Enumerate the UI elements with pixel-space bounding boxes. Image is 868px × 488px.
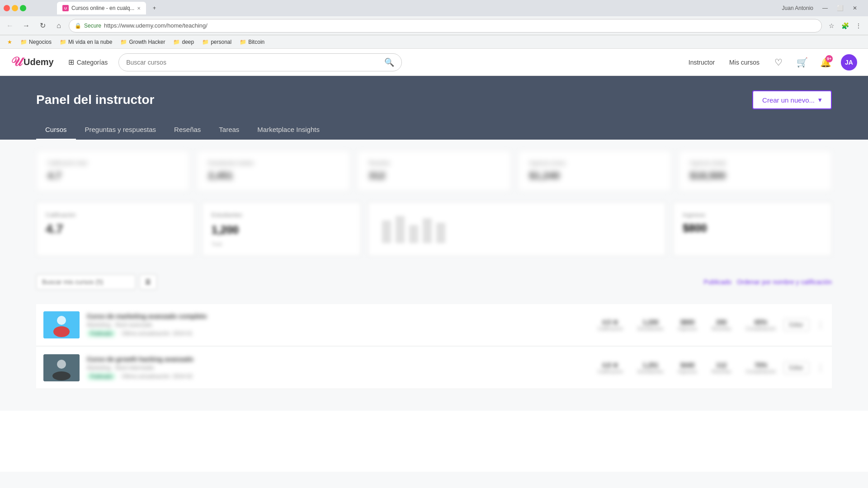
- stat-rating-value: 4.7: [47, 170, 178, 182]
- bookmark-growth-hacker[interactable]: 📁 Growth Hacker: [117, 38, 169, 46]
- bookmark-mi-vida[interactable]: 📁 Mi vida en la nube: [56, 38, 116, 46]
- restore-icon[interactable]: ⬜: [837, 5, 844, 11]
- window-close-btn[interactable]: [4, 5, 10, 11]
- stat-reviews-label: Reseñas: [368, 160, 499, 166]
- stat-reviews-value: 312: [368, 170, 499, 182]
- filter-btn[interactable]: ☰: [139, 274, 157, 290]
- bookmark-star-btn[interactable]: ☆: [826, 20, 837, 32]
- large-stats-area: Calificación 4.7 Estudiantes 1,200 Total…: [36, 202, 832, 256]
- bookmark-bitcoin[interactable]: 📁 Bitcoin: [236, 38, 268, 46]
- bookmark-personal[interactable]: 📁 personal: [198, 38, 235, 46]
- svg-point-7: [53, 326, 70, 337]
- stat-revenue-total-value: $18,500: [690, 170, 821, 182]
- instructor-header: Panel del instructor Crear un nuevo... ▾…: [0, 76, 868, 140]
- stat-students-label: Estudiantes totales: [208, 160, 339, 166]
- course-menu-btn-1[interactable]: ⋮: [816, 320, 825, 330]
- bookmark-negocios-label: Negocios: [29, 39, 52, 45]
- heart-icon: ♡: [774, 57, 783, 68]
- lock-icon: 🔒: [75, 23, 81, 29]
- folder-icon: 📁: [60, 39, 66, 45]
- wishlist-btn[interactable]: ♡: [770, 54, 787, 70]
- tab-favicon: U: [62, 5, 69, 11]
- address-bar[interactable]: 🔒 Secure https://www.udemy.com/home/teac…: [69, 19, 822, 33]
- browser-menu-btn[interactable]: ⋮: [853, 20, 864, 32]
- instructor-link[interactable]: Instructor: [685, 57, 718, 68]
- close-icon[interactable]: ✕: [853, 5, 857, 11]
- stat-rating-label: Calificación total: [47, 160, 178, 166]
- course-stat-students-2: 1,251 Estudiantes: [637, 361, 663, 374]
- course-stat-revenue-1: $800 Ingresos: [678, 319, 697, 331]
- logo[interactable]: 𝒰 Udemy: [11, 55, 54, 70]
- svg-point-10: [52, 371, 71, 380]
- cart-btn[interactable]: 🛒: [794, 54, 810, 70]
- course-stat-completion-2: 70% Completación: [745, 361, 776, 374]
- search-input[interactable]: [126, 59, 381, 66]
- browser-tab-new[interactable]: +: [146, 2, 162, 14]
- grid-icon: ⊞: [68, 58, 74, 66]
- tab-marketplace[interactable]: Marketplace Insights: [248, 120, 329, 140]
- sort-btn[interactable]: Ordenar por nombre y calificación: [737, 278, 832, 286]
- extensions-btn[interactable]: 🧩: [839, 20, 851, 32]
- large-stat-3-label: Ingresos: [683, 211, 822, 218]
- table-header: ☰ Publicado Ordenar por nombre y calific…: [36, 267, 832, 297]
- minimize-icon[interactable]: —: [822, 5, 828, 11]
- course-menu-btn-2[interactable]: ⋮: [816, 363, 825, 373]
- window-min-btn[interactable]: [12, 5, 18, 11]
- large-stat-1-label: Calificación: [46, 211, 185, 218]
- window-max-btn[interactable]: [20, 5, 26, 11]
- large-stat-3-value: $800: [683, 222, 822, 235]
- create-btn-label: Crear un nuevo...: [762, 96, 815, 104]
- stat-revenue-month-value: $1,240: [529, 170, 660, 182]
- large-stat-2-sub: Total: [212, 241, 351, 247]
- table-search-input[interactable]: [36, 274, 136, 290]
- folder-icon: 📁: [20, 39, 27, 45]
- bookmark-bitcoin-label: Bitcoin: [248, 39, 264, 45]
- svg-rect-2: [409, 225, 418, 243]
- search-bar[interactable]: 🔍: [118, 53, 402, 71]
- top-nav: 𝒰 Udemy ⊞ Categorías 🔍 Instructor Mis cu…: [0, 49, 868, 76]
- back-btn[interactable]: ←: [4, 19, 16, 32]
- categories-label: Categorías: [77, 59, 108, 66]
- bookmark-deep[interactable]: 📁 deep: [170, 38, 198, 46]
- course-edit-btn-1[interactable]: Editar: [783, 319, 809, 331]
- cart-icon: 🛒: [797, 57, 808, 68]
- tab-resenas[interactable]: Reseñas: [165, 120, 210, 140]
- notifications-btn[interactable]: 🔔 9+: [817, 54, 834, 70]
- home-btn[interactable]: ⌂: [52, 19, 65, 32]
- tab-title: Cursos online - en cualq...: [71, 5, 134, 11]
- course-date-2: Última actualización: 2024-02: [122, 373, 193, 380]
- star-icon: ★: [7, 39, 12, 45]
- bookmark-negocios[interactable]: 📁 Negocios: [17, 38, 55, 46]
- mis-cursos-link[interactable]: Mis cursos: [726, 57, 763, 68]
- stat-revenue-month-label: Ingresos (mes): [529, 160, 660, 166]
- tab-tareas[interactable]: Tareas: [210, 120, 248, 140]
- svg-rect-4: [436, 223, 445, 243]
- create-new-button[interactable]: Crear un nuevo... ▾: [752, 90, 832, 109]
- stat-card-reviews: Reseñas 312: [357, 150, 510, 191]
- udemy-app: 𝒰 Udemy ⊞ Categorías 🔍 Instructor Mis cu…: [0, 49, 868, 472]
- new-tab-btn[interactable]: +: [153, 5, 156, 11]
- reload-btn[interactable]: ↻: [36, 19, 49, 32]
- notification-badge: 9+: [826, 55, 833, 62]
- course-stat-students-1: 1,200 Estudiantes: [637, 319, 663, 331]
- forward-btn[interactable]: →: [20, 19, 33, 32]
- folder-icon: 📁: [120, 39, 127, 45]
- search-button[interactable]: 🔍: [384, 57, 394, 67]
- bookmark-star[interactable]: ★: [4, 38, 16, 46]
- table-row: Curso de growth hacking avanzado Marketi…: [36, 347, 832, 389]
- browser-tab-active[interactable]: U Cursos online - en cualq... ✕: [57, 2, 146, 14]
- published-filter-btn[interactable]: Publicado: [703, 278, 731, 286]
- tab-preguntas[interactable]: Preguntas y respuestas: [76, 120, 165, 140]
- avatar[interactable]: JA: [841, 54, 857, 70]
- tab-close-btn[interactable]: ✕: [137, 6, 141, 11]
- instructor-tabs: Cursos Preguntas y respuestas Reseñas Ta…: [36, 120, 832, 140]
- course-stat-completion-1: 65% Completación: [745, 319, 776, 331]
- window-controls: Juan Antonio — ⬜ ✕: [775, 5, 864, 11]
- course-name-1: Curso de marketing avanzado completo: [87, 313, 590, 320]
- tab-cursos[interactable]: Cursos: [36, 120, 76, 140]
- logo-text: Udemy: [24, 57, 54, 67]
- categories-btn[interactable]: ⊞ Categorías: [65, 56, 111, 68]
- instructor-panel-title: Panel del instructor: [36, 93, 154, 107]
- course-edit-btn-2[interactable]: Editar: [783, 361, 809, 374]
- stats-row: Calificación total 4.7 Estudiantes total…: [36, 150, 832, 191]
